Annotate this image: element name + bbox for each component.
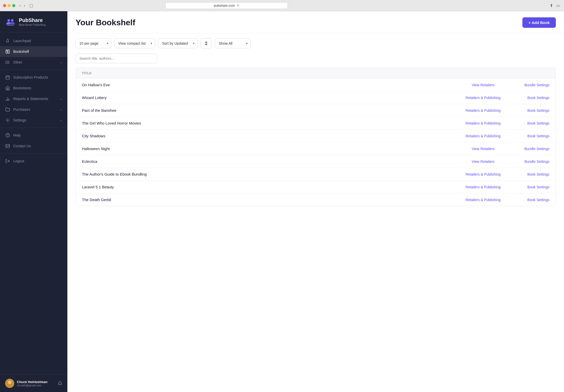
table-row: Pact of the Banshee Retailers & Publishi… <box>76 104 556 117</box>
logo-text: PubShare Beta Book Publishing <box>19 17 46 26</box>
book-settings-link[interactable]: Bundle Settings <box>519 147 549 151</box>
reload-icon[interactable]: ↻ <box>237 4 240 7</box>
maximize-button[interactable] <box>12 4 15 7</box>
notifications-icon[interactable] <box>58 381 62 386</box>
rocket-icon <box>5 38 10 43</box>
list-icon <box>5 60 10 65</box>
book-settings-link[interactable]: Bundle Settings <box>519 160 549 164</box>
other-label: Other <box>13 60 57 64</box>
book-settings-link[interactable]: Book Settings <box>519 134 549 138</box>
forward-button[interactable]: › <box>23 3 26 8</box>
other-chevron: ⌄ <box>60 60 62 64</box>
book-settings-link[interactable]: Book Settings <box>519 121 549 125</box>
show-wrapper: Show All Published Unpublished ▾ <box>215 39 251 48</box>
sidebar-toggle-button[interactable]: ▭ <box>555 3 561 8</box>
book-retailers-link[interactable]: Retailers & Publishing <box>463 108 504 113</box>
share-button[interactable]: ⬆ <box>549 3 554 8</box>
app-sub: Beta Book Publishing <box>19 23 46 26</box>
search-wrapper <box>67 54 564 67</box>
book-retailers-link[interactable]: Retailers & Publishing <box>463 96 504 100</box>
table-row: The Death Gerbil Retailers & Publishing … <box>76 193 556 206</box>
book-title: Halloween Night <box>82 146 463 151</box>
book-actions: View Retailers Bundle Settings <box>463 160 549 164</box>
sidebar-footer: Chuck Heintzelman chuckh@gmail.com <box>0 374 67 392</box>
show-select[interactable]: Show All Published Unpublished <box>215 39 251 48</box>
sidebar-item-purchases[interactable]: Purchases ⌄ <box>0 104 67 115</box>
sort-direction-button[interactable] <box>201 38 212 48</box>
address-bar[interactable]: pubshare.com ↻ <box>165 2 288 9</box>
search-input[interactable] <box>76 54 157 63</box>
book-retailers-link[interactable]: Retailers & Publishing <box>463 134 504 138</box>
sidebar-item-bookshelf[interactable]: Bookshelf <box>0 46 67 57</box>
book-actions: Retailers & Publishing Book Settings <box>463 185 549 189</box>
book-title: The Author's Guide to Ebook Bundling <box>82 172 463 176</box>
svg-rect-5 <box>8 50 9 53</box>
book-retailers-link[interactable]: View Retailers <box>463 147 504 151</box>
page-header: Your Bookshelf + Add Book <box>67 11 564 33</box>
book-title: Pact of the Banshee <box>82 108 463 113</box>
book-settings-link[interactable]: Book Settings <box>519 96 549 100</box>
launchpad-label: Launchpad <box>13 39 62 43</box>
divider-1 <box>0 70 67 70</box>
book-retailers-link[interactable]: View Retailers <box>463 160 504 164</box>
app-name: PubShare <box>19 17 46 23</box>
book-title: Eclectica <box>82 159 463 164</box>
view-select[interactable]: View compact list View detailed list <box>114 39 155 48</box>
book-settings-link[interactable]: Book Settings <box>519 198 549 202</box>
svg-point-10 <box>6 61 6 62</box>
sidebar-item-reports[interactable]: Reports & Statements ⌄ <box>0 93 67 104</box>
browser-chrome: ‹ › ▢ pubshare.com ↻ ⬆ ▭ <box>0 0 564 11</box>
book-title: Wizard Lottery <box>82 95 463 100</box>
help-label: Help <box>13 133 62 137</box>
book-retailers-link[interactable]: Retailers & Publishing <box>463 172 504 176</box>
view-wrapper: View compact list View detailed list ▾ <box>114 39 155 48</box>
traffic-lights <box>3 4 15 7</box>
sidebar-item-launchpad[interactable]: Launchpad <box>0 35 67 46</box>
book-settings-link[interactable]: Book Settings <box>519 185 549 189</box>
book-retailers-link[interactable]: Retailers & Publishing <box>463 121 504 125</box>
book-settings-link[interactable]: Book Settings <box>519 172 549 176</box>
book-title: On Hallow's Eve <box>82 83 463 87</box>
sidebar-item-other[interactable]: Other ⌄ <box>0 57 67 68</box>
minimize-button[interactable] <box>8 4 11 7</box>
sidebar-item-settings[interactable]: Settings ⌄ <box>0 115 67 126</box>
divider-2 <box>0 128 67 128</box>
bookstores-label: Bookstores <box>13 86 62 90</box>
calendar-icon <box>5 75 10 80</box>
sidebar-item-help[interactable]: Help <box>0 130 67 141</box>
book-retailers-link[interactable]: View Retailers <box>463 83 504 87</box>
window-mode-button[interactable]: ▢ <box>28 3 34 8</box>
user-name: Chuck Heintzelman <box>17 380 55 384</box>
reports-label: Reports & Statements <box>13 97 57 101</box>
toolbar: 10 per page 25 per page 50 per page 100 … <box>67 33 564 54</box>
sidebar-item-contact[interactable]: Contact Us <box>0 141 67 151</box>
book-actions: Retailers & Publishing Book Settings <box>463 198 549 202</box>
table-row: On Hallow's Eve View Retailers Bundle Se… <box>76 79 556 91</box>
sort-select[interactable]: Sort by Updated Sort by Title Sort by Cr… <box>158 39 198 48</box>
book-settings-link[interactable]: Book Settings <box>519 108 549 113</box>
sidebar-item-subscription[interactable]: Subscription Products <box>0 72 67 83</box>
user-avatar <box>5 379 14 388</box>
per-page-select[interactable]: 10 per page 25 per page 50 per page 100 … <box>76 39 111 48</box>
book-settings-link[interactable]: Bundle Settings <box>519 83 549 87</box>
book-actions: Retailers & Publishing Book Settings <box>463 121 549 125</box>
book-retailers-link[interactable]: Retailers & Publishing <box>463 198 504 202</box>
book-actions: View Retailers Bundle Settings <box>463 147 549 151</box>
logo-icon <box>5 16 16 27</box>
user-email: chuckh@gmail.com <box>17 384 55 387</box>
add-book-button[interactable]: + Add Book <box>522 17 556 28</box>
book-title: The Girl Who Loved Horror Movies <box>82 121 463 125</box>
sidebar-item-bookstores[interactable]: Bookstores <box>0 83 67 93</box>
browser-actions: ⬆ ▭ <box>549 3 561 8</box>
main-content: Your Bookshelf + Add Book 10 per page 25… <box>67 11 564 392</box>
svg-rect-3 <box>7 25 14 26</box>
sidebar-item-logout[interactable]: Logout <box>0 156 67 166</box>
svg-point-2 <box>11 19 14 22</box>
contact-label: Contact Us <box>13 144 62 148</box>
book-retailers-link[interactable]: Retailers & Publishing <box>463 185 504 189</box>
close-button[interactable] <box>3 4 6 7</box>
back-button[interactable]: ‹ <box>18 3 22 8</box>
svg-rect-17 <box>7 88 8 90</box>
reports-chevron: ⌄ <box>60 97 62 101</box>
svg-point-22 <box>7 120 8 121</box>
